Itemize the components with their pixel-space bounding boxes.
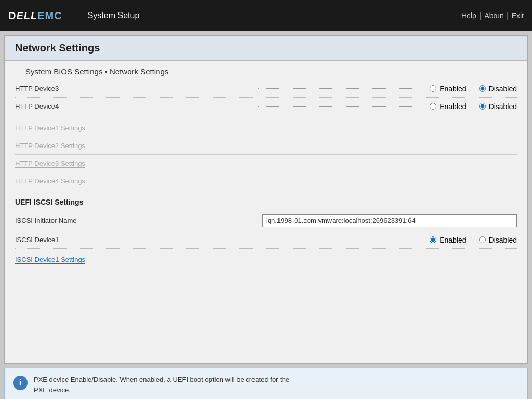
enabled-label-1: Enabled: [440, 85, 466, 93]
disabled-label-2: Disabled: [489, 102, 517, 111]
nav-sep-1: |: [480, 11, 482, 20]
iscsi-device1-disabled-radio[interactable]: [479, 236, 486, 243]
dell-emc-logo: DELLEMC: [8, 10, 62, 22]
info-box: i PXE device Enable/Disable. When enable…: [4, 368, 528, 399]
http-device4-disabled-radio[interactable]: [479, 103, 486, 110]
http-device1-settings-row: HTTP Device1 Settings: [15, 119, 517, 137]
uefi-iscsi-heading: UEFI ISCSI Settings: [15, 198, 517, 206]
dell-text2: ELL: [16, 10, 37, 21]
header: DELLEMC System Setup Help | About | Exit: [0, 0, 532, 31]
http-device3-settings-row: HTTP Device3 Settings: [15, 155, 517, 172]
nav-sep-2: |: [507, 11, 509, 20]
page-title: Network Settings: [15, 42, 517, 54]
http-device3-disabled-option[interactable]: Disabled: [479, 85, 517, 93]
http-device2-settings-row: HTTP Device2 Settings: [15, 137, 517, 155]
about-link[interactable]: About: [484, 11, 503, 20]
header-nav: Help | About | Exit: [461, 11, 524, 20]
scrollable-content[interactable]: System BIOS Settings • Network Settings …: [5, 61, 527, 363]
info-icon: i: [13, 376, 28, 390]
main-container: Network Settings System BIOS Settings • …: [4, 35, 528, 364]
links-section: HTTP Device1 Settings HTTP Device2 Setti…: [15, 119, 517, 190]
help-link[interactable]: Help: [461, 11, 476, 20]
http-device4-enabled-option[interactable]: Enabled: [430, 102, 466, 111]
disabled-label-1: Disabled: [489, 85, 517, 93]
emc-text: EMC: [37, 10, 62, 21]
http-device4-row: HTTP Device4 Enabled Disabled: [15, 98, 517, 115]
content-area: System BIOS Settings • Network Settings …: [5, 61, 527, 363]
http-device2-settings-link[interactable]: HTTP Device2 Settings: [15, 142, 85, 150]
iscsi-device1-settings-row: ISCSI Device1 Settings: [15, 251, 517, 268]
http-device3-options: Enabled Disabled: [430, 85, 517, 93]
iscsi-device1-row: ISCSI Device1 Enabled Disabled: [15, 231, 517, 249]
info-text-line2: PXE device.: [34, 386, 71, 394]
iscsi-device1-disabled-option[interactable]: Disabled: [479, 236, 517, 244]
info-text: PXE device Enable/Disable. When enabled,…: [34, 375, 289, 395]
http-device3-settings-link[interactable]: HTTP Device3 Settings: [15, 159, 85, 168]
iscsi-device1-options: Enabled Disabled: [430, 236, 517, 244]
http-device4-settings-row: HTTP Device4 Settings: [15, 172, 517, 190]
http-device3-row: HTTP Device3 Enabled Disabled: [15, 80, 517, 98]
http-device3-enabled-option[interactable]: Enabled: [430, 85, 466, 93]
http-device4-disabled-option[interactable]: Disabled: [479, 102, 517, 111]
dell-text: D: [8, 10, 16, 21]
http-device3-enabled-radio[interactable]: [430, 85, 436, 92]
http-device3-disabled-radio[interactable]: [479, 85, 486, 92]
iscsi-device1-enabled-option[interactable]: Enabled: [430, 236, 466, 244]
iscsi-initiator-input[interactable]: [262, 214, 517, 227]
iscsi-initiator-row: ISCSI Initiator Name: [15, 210, 517, 231]
breadcrumb: System BIOS Settings • Network Settings: [15, 61, 517, 80]
header-divider: [75, 8, 75, 23]
system-setup-label: System Setup: [88, 11, 140, 20]
disabled-label-3: Disabled: [489, 236, 517, 244]
http-device1-settings-link[interactable]: HTTP Device1 Settings: [15, 124, 85, 132]
dotted-line-2: [258, 106, 425, 107]
page-title-bar: Network Settings: [5, 36, 527, 61]
iscsi-initiator-label: ISCSI Initiator Name: [15, 217, 254, 224]
enabled-label-3: Enabled: [440, 236, 466, 244]
http-device4-enabled-radio[interactable]: [430, 103, 436, 110]
dotted-line-4: [258, 240, 425, 240]
exit-link[interactable]: Exit: [512, 11, 524, 20]
http-device4-settings-link[interactable]: HTTP Device4 Settings: [15, 177, 85, 185]
iscsi-device1-label: ISCSI Device1: [15, 236, 254, 244]
enabled-label-2: Enabled: [440, 102, 466, 111]
header-left: DELLEMC System Setup: [8, 8, 139, 23]
http-device3-label: HTTP Device3: [15, 85, 254, 92]
info-text-line1: PXE device Enable/Disable. When enabled,…: [34, 376, 289, 383]
iscsi-device1-settings-link[interactable]: ISCSI Device1 Settings: [15, 256, 85, 264]
dotted-line-1: [258, 88, 425, 89]
http-device4-options: Enabled Disabled: [430, 102, 517, 111]
iscsi-device1-enabled-radio[interactable]: [430, 236, 436, 243]
http-device4-label: HTTP Device4: [15, 102, 254, 110]
